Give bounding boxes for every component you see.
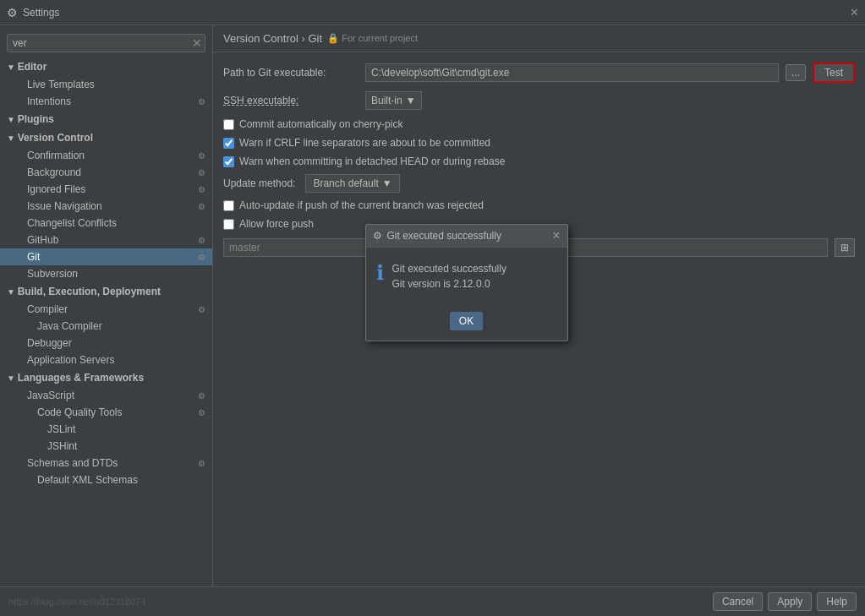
dialog-title-left: ⚙ Git executed successfully — [373, 230, 501, 242]
breadcrumb-part2: Git — [308, 32, 322, 45]
config-icon3: ⚙ — [198, 185, 205, 194]
checkbox-crlf: Warn if CRLF line separators are about t… — [223, 137, 855, 149]
search-container: ✕ — [0, 29, 212, 57]
window-title: Settings — [23, 7, 851, 19]
sidebar-item-background[interactable]: Background ⚙ — [0, 164, 212, 181]
sidebar-section-version-control[interactable]: Version Control — [0, 128, 212, 147]
sidebar-item-changelist-conflicts[interactable]: Changelist Conflicts — [0, 215, 212, 232]
detached-head-label: Warn when committing in detached HEAD or… — [239, 155, 505, 167]
sidebar-item-javascript[interactable]: JavaScript ⚙ — [0, 387, 212, 404]
path-label: Path to Git executable: — [223, 67, 359, 79]
update-method-row: Update method: Branch default ▼ — [223, 174, 855, 193]
config-icon9: ⚙ — [198, 408, 205, 417]
sidebar-section-build[interactable]: Build, Execution, Deployment — [0, 282, 212, 301]
sidebar-item-github[interactable]: GitHub ⚙ — [0, 232, 212, 248]
config-icon4: ⚙ — [198, 202, 205, 211]
sidebar-item-issue-navigation[interactable]: Issue Navigation ⚙ — [0, 198, 212, 215]
sidebar-item-ignored-files[interactable]: Ignored Files ⚙ — [0, 181, 212, 198]
dialog-message: Git executed successfully Git version is… — [392, 261, 506, 292]
sidebar-item-intentions[interactable]: Intentions ⚙ — [0, 93, 212, 110]
panel-header: Version Control › Git 🔒 For current proj… — [213, 25, 865, 52]
allow-force-label: Allow force push — [239, 218, 314, 230]
ssh-dropdown-arrow: ▼ — [406, 95, 416, 106]
path-input[interactable] — [365, 63, 779, 82]
sidebar-item-jshint[interactable]: JSHint — [0, 438, 212, 455]
sidebar-section-languages[interactable]: Languages & Frameworks — [0, 368, 212, 387]
breadcrumb: Version Control › Git — [223, 32, 322, 45]
checkbox-cherry-pick: Commit automatically on cherry-pick — [223, 118, 855, 130]
checkbox-detached-head: Warn when committing in detached HEAD or… — [223, 155, 855, 167]
dialog-message-line1: Git executed successfully — [392, 261, 506, 276]
ssh-label: SSH executable: — [223, 95, 359, 106]
allow-force-checkbox[interactable] — [223, 219, 234, 230]
checkbox-auto-update: Auto-update if push of the current branc… — [223, 199, 855, 211]
settings-icon: ⚙ — [7, 6, 18, 19]
cancel-button[interactable]: Cancel — [713, 592, 763, 611]
update-method-label: Update method: — [223, 177, 295, 189]
dialog-info-icon: ℹ — [376, 261, 384, 285]
update-method-dropdown[interactable]: Branch default ▼ — [305, 174, 399, 193]
breadcrumb-part1: Version Control — [223, 32, 298, 45]
detached-head-checkbox[interactable] — [223, 156, 234, 167]
config-icon7: ⚙ — [198, 305, 205, 314]
auto-update-checkbox[interactable] — [223, 200, 234, 211]
dialog-titlebar: ⚙ Git executed successfully × — [366, 225, 567, 248]
auto-update-label: Auto-update if push of the current branc… — [239, 199, 484, 211]
ssh-dropdown[interactable]: Built-in ▼ — [365, 91, 422, 110]
search-clear-icon[interactable]: ✕ — [192, 36, 202, 50]
dialog-close-button[interactable]: × — [552, 229, 560, 243]
sidebar-section-editor[interactable]: Editor — [0, 57, 212, 76]
apply-button[interactable]: Apply — [768, 592, 812, 611]
path-row: Path to Git executable: ... Test — [223, 63, 855, 83]
dialog-message-line2: Git version is 2.12.0.0 — [392, 276, 506, 292]
sidebar-item-compiler[interactable]: Compiler ⚙ — [0, 301, 212, 318]
update-method-value: Branch default — [313, 177, 378, 189]
sidebar-item-live-templates[interactable]: Live Templates — [0, 76, 212, 93]
config-icon8: ⚙ — [198, 391, 205, 401]
sidebar-item-confirmation[interactable]: Confirmation ⚙ — [0, 147, 212, 164]
sidebar-item-subversion[interactable]: Subversion — [0, 265, 212, 282]
ssh-row: SSH executable: Built-in ▼ — [223, 91, 855, 110]
sidebar-item-default-xml-schemas[interactable]: Default XML Schemas — [0, 472, 212, 488]
for-current-project: 🔒 For current project — [327, 33, 418, 44]
dialog-body: ℹ Git executed successfully Git version … — [366, 248, 567, 305]
close-button[interactable]: × — [851, 5, 858, 20]
dialog: ⚙ Git executed successfully × ℹ Git exec… — [365, 224, 568, 341]
sidebar-item-application-servers[interactable]: Application Servers — [0, 352, 212, 368]
sidebar-item-java-compiler[interactable]: Java Compiler — [0, 318, 212, 335]
sidebar-item-code-quality-tools[interactable]: Code Quality Tools ⚙ — [0, 404, 212, 421]
settings-small-icon: ⚙ — [198, 97, 205, 106]
config-icon2: ⚙ — [198, 168, 205, 177]
crlf-checkbox[interactable] — [223, 138, 234, 149]
browse-button[interactable]: ... — [786, 64, 806, 81]
sidebar-item-debugger[interactable]: Debugger — [0, 335, 212, 352]
config-icon6: ⚙ — [198, 253, 205, 262]
sidebar-item-git[interactable]: Git ⚙ — [0, 248, 212, 265]
config-icon5: ⚙ — [198, 236, 205, 245]
config-icon10: ⚙ — [198, 459, 205, 468]
test-button[interactable]: Test — [813, 63, 855, 83]
config-icon: ⚙ — [198, 151, 205, 161]
search-input[interactable] — [7, 34, 205, 52]
crlf-label: Warn if CRLF line separators are about t… — [239, 137, 490, 149]
sidebar-item-schemas-dtds[interactable]: Schemas and DTDs ⚙ — [0, 455, 212, 472]
ssh-value: Built-in — [371, 95, 402, 106]
cherry-pick-checkbox[interactable] — [223, 119, 234, 130]
sidebar: ✕ Editor Live Templates Intentions ⚙ Plu… — [0, 25, 213, 586]
bottom-bar: https://blog.csdn.net/u012318074 Cancel … — [0, 586, 865, 616]
protected-branches-icon-btn[interactable]: ⊞ — [835, 238, 855, 257]
dialog-ok-button[interactable]: OK — [450, 312, 483, 330]
cherry-pick-label: Commit automatically on cherry-pick — [239, 118, 402, 130]
title-bar: ⚙ Settings × — [0, 0, 865, 25]
dialog-title-text: Git executed successfully — [387, 230, 501, 242]
sidebar-item-jslint[interactable]: JSLint — [0, 421, 212, 438]
dialog-footer: OK — [366, 305, 567, 341]
dialog-title-icon: ⚙ — [373, 230, 382, 242]
dropdown-arrow-icon: ▼ — [382, 177, 392, 189]
help-button[interactable]: Help — [817, 592, 857, 611]
sidebar-section-plugins[interactable]: Plugins — [0, 110, 212, 128]
watermark-text: https://blog.csdn.net/u012318074 — [8, 597, 708, 607]
